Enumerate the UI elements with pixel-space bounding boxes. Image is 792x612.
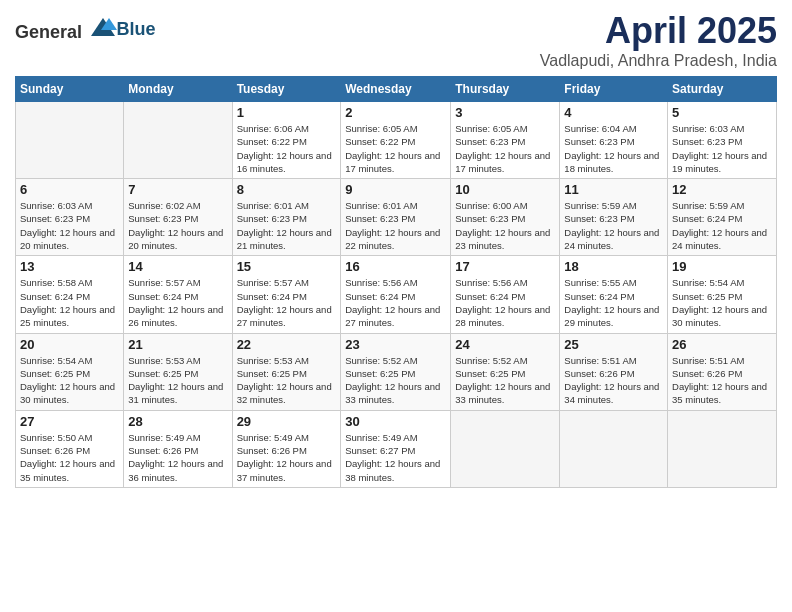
day-cell: 26Sunrise: 5:51 AM Sunset: 6:26 PM Dayli… bbox=[668, 333, 777, 410]
day-number: 24 bbox=[455, 337, 555, 352]
day-info: Sunrise: 5:54 AM Sunset: 6:25 PM Dayligh… bbox=[672, 276, 772, 329]
day-cell: 18Sunrise: 5:55 AM Sunset: 6:24 PM Dayli… bbox=[560, 256, 668, 333]
day-number: 15 bbox=[237, 259, 337, 274]
day-info: Sunrise: 5:55 AM Sunset: 6:24 PM Dayligh… bbox=[564, 276, 663, 329]
day-number: 27 bbox=[20, 414, 119, 429]
day-cell: 17Sunrise: 5:56 AM Sunset: 6:24 PM Dayli… bbox=[451, 256, 560, 333]
day-cell: 13Sunrise: 5:58 AM Sunset: 6:24 PM Dayli… bbox=[16, 256, 124, 333]
week-row-2: 13Sunrise: 5:58 AM Sunset: 6:24 PM Dayli… bbox=[16, 256, 777, 333]
day-number: 3 bbox=[455, 105, 555, 120]
day-cell: 5Sunrise: 6:03 AM Sunset: 6:23 PM Daylig… bbox=[668, 102, 777, 179]
day-cell: 3Sunrise: 6:05 AM Sunset: 6:23 PM Daylig… bbox=[451, 102, 560, 179]
location-title: Vadlapudi, Andhra Pradesh, India bbox=[540, 52, 777, 70]
day-number: 4 bbox=[564, 105, 663, 120]
week-row-1: 6Sunrise: 6:03 AM Sunset: 6:23 PM Daylig… bbox=[16, 179, 777, 256]
day-info: Sunrise: 5:49 AM Sunset: 6:26 PM Dayligh… bbox=[237, 431, 337, 484]
day-cell: 30Sunrise: 5:49 AM Sunset: 6:27 PM Dayli… bbox=[341, 410, 451, 487]
day-info: Sunrise: 5:54 AM Sunset: 6:25 PM Dayligh… bbox=[20, 354, 119, 407]
day-cell bbox=[668, 410, 777, 487]
day-number: 23 bbox=[345, 337, 446, 352]
day-cell: 22Sunrise: 5:53 AM Sunset: 6:25 PM Dayli… bbox=[232, 333, 341, 410]
day-number: 6 bbox=[20, 182, 119, 197]
day-info: Sunrise: 5:59 AM Sunset: 6:24 PM Dayligh… bbox=[672, 199, 772, 252]
logo-blue: Blue bbox=[117, 19, 156, 39]
day-info: Sunrise: 6:03 AM Sunset: 6:23 PM Dayligh… bbox=[20, 199, 119, 252]
logo: General Blue bbox=[15, 16, 156, 43]
day-number: 26 bbox=[672, 337, 772, 352]
header-monday: Monday bbox=[124, 77, 232, 102]
day-cell: 12Sunrise: 5:59 AM Sunset: 6:24 PM Dayli… bbox=[668, 179, 777, 256]
day-cell: 9Sunrise: 6:01 AM Sunset: 6:23 PM Daylig… bbox=[341, 179, 451, 256]
header-wednesday: Wednesday bbox=[341, 77, 451, 102]
day-number: 9 bbox=[345, 182, 446, 197]
day-cell: 23Sunrise: 5:52 AM Sunset: 6:25 PM Dayli… bbox=[341, 333, 451, 410]
day-number: 29 bbox=[237, 414, 337, 429]
day-cell: 25Sunrise: 5:51 AM Sunset: 6:26 PM Dayli… bbox=[560, 333, 668, 410]
logo-general: General bbox=[15, 22, 82, 42]
day-info: Sunrise: 6:06 AM Sunset: 6:22 PM Dayligh… bbox=[237, 122, 337, 175]
day-number: 20 bbox=[20, 337, 119, 352]
day-info: Sunrise: 5:59 AM Sunset: 6:23 PM Dayligh… bbox=[564, 199, 663, 252]
day-number: 22 bbox=[237, 337, 337, 352]
day-cell: 16Sunrise: 5:56 AM Sunset: 6:24 PM Dayli… bbox=[341, 256, 451, 333]
day-info: Sunrise: 5:52 AM Sunset: 6:25 PM Dayligh… bbox=[345, 354, 446, 407]
day-info: Sunrise: 6:01 AM Sunset: 6:23 PM Dayligh… bbox=[345, 199, 446, 252]
day-cell bbox=[451, 410, 560, 487]
day-cell: 10Sunrise: 6:00 AM Sunset: 6:23 PM Dayli… bbox=[451, 179, 560, 256]
day-info: Sunrise: 5:56 AM Sunset: 6:24 PM Dayligh… bbox=[455, 276, 555, 329]
day-info: Sunrise: 6:01 AM Sunset: 6:23 PM Dayligh… bbox=[237, 199, 337, 252]
day-cell: 4Sunrise: 6:04 AM Sunset: 6:23 PM Daylig… bbox=[560, 102, 668, 179]
week-row-3: 20Sunrise: 5:54 AM Sunset: 6:25 PM Dayli… bbox=[16, 333, 777, 410]
day-info: Sunrise: 5:49 AM Sunset: 6:27 PM Dayligh… bbox=[345, 431, 446, 484]
day-cell: 6Sunrise: 6:03 AM Sunset: 6:23 PM Daylig… bbox=[16, 179, 124, 256]
day-info: Sunrise: 5:57 AM Sunset: 6:24 PM Dayligh… bbox=[237, 276, 337, 329]
day-cell: 20Sunrise: 5:54 AM Sunset: 6:25 PM Dayli… bbox=[16, 333, 124, 410]
day-info: Sunrise: 5:51 AM Sunset: 6:26 PM Dayligh… bbox=[564, 354, 663, 407]
day-info: Sunrise: 6:04 AM Sunset: 6:23 PM Dayligh… bbox=[564, 122, 663, 175]
day-info: Sunrise: 5:50 AM Sunset: 6:26 PM Dayligh… bbox=[20, 431, 119, 484]
day-cell: 19Sunrise: 5:54 AM Sunset: 6:25 PM Dayli… bbox=[668, 256, 777, 333]
day-info: Sunrise: 6:05 AM Sunset: 6:23 PM Dayligh… bbox=[455, 122, 555, 175]
day-info: Sunrise: 6:03 AM Sunset: 6:23 PM Dayligh… bbox=[672, 122, 772, 175]
day-cell bbox=[124, 102, 232, 179]
day-info: Sunrise: 5:51 AM Sunset: 6:26 PM Dayligh… bbox=[672, 354, 772, 407]
month-title: April 2025 bbox=[540, 10, 777, 52]
header-tuesday: Tuesday bbox=[232, 77, 341, 102]
day-number: 17 bbox=[455, 259, 555, 274]
day-number: 25 bbox=[564, 337, 663, 352]
header-thursday: Thursday bbox=[451, 77, 560, 102]
header-sunday: Sunday bbox=[16, 77, 124, 102]
day-cell: 15Sunrise: 5:57 AM Sunset: 6:24 PM Dayli… bbox=[232, 256, 341, 333]
day-cell: 21Sunrise: 5:53 AM Sunset: 6:25 PM Dayli… bbox=[124, 333, 232, 410]
day-info: Sunrise: 5:58 AM Sunset: 6:24 PM Dayligh… bbox=[20, 276, 119, 329]
day-info: Sunrise: 5:53 AM Sunset: 6:25 PM Dayligh… bbox=[128, 354, 227, 407]
day-number: 10 bbox=[455, 182, 555, 197]
day-number: 21 bbox=[128, 337, 227, 352]
day-cell: 29Sunrise: 5:49 AM Sunset: 6:26 PM Dayli… bbox=[232, 410, 341, 487]
day-info: Sunrise: 6:00 AM Sunset: 6:23 PM Dayligh… bbox=[455, 199, 555, 252]
day-number: 18 bbox=[564, 259, 663, 274]
day-cell bbox=[16, 102, 124, 179]
header-saturday: Saturday bbox=[668, 77, 777, 102]
day-number: 19 bbox=[672, 259, 772, 274]
day-number: 12 bbox=[672, 182, 772, 197]
day-cell: 27Sunrise: 5:50 AM Sunset: 6:26 PM Dayli… bbox=[16, 410, 124, 487]
week-row-0: 1Sunrise: 6:06 AM Sunset: 6:22 PM Daylig… bbox=[16, 102, 777, 179]
page-header: General Blue April 2025 Vadlapudi, Andhr… bbox=[15, 10, 777, 70]
day-number: 28 bbox=[128, 414, 227, 429]
day-info: Sunrise: 5:53 AM Sunset: 6:25 PM Dayligh… bbox=[237, 354, 337, 407]
calendar-table: SundayMondayTuesdayWednesdayThursdayFrid… bbox=[15, 76, 777, 488]
day-info: Sunrise: 5:57 AM Sunset: 6:24 PM Dayligh… bbox=[128, 276, 227, 329]
day-cell: 2Sunrise: 6:05 AM Sunset: 6:22 PM Daylig… bbox=[341, 102, 451, 179]
day-number: 7 bbox=[128, 182, 227, 197]
day-cell: 24Sunrise: 5:52 AM Sunset: 6:25 PM Dayli… bbox=[451, 333, 560, 410]
header-friday: Friday bbox=[560, 77, 668, 102]
day-cell: 7Sunrise: 6:02 AM Sunset: 6:23 PM Daylig… bbox=[124, 179, 232, 256]
day-info: Sunrise: 6:05 AM Sunset: 6:22 PM Dayligh… bbox=[345, 122, 446, 175]
logo-icon bbox=[89, 16, 117, 38]
day-info: Sunrise: 5:56 AM Sunset: 6:24 PM Dayligh… bbox=[345, 276, 446, 329]
day-number: 16 bbox=[345, 259, 446, 274]
day-cell: 11Sunrise: 5:59 AM Sunset: 6:23 PM Dayli… bbox=[560, 179, 668, 256]
day-number: 14 bbox=[128, 259, 227, 274]
day-number: 11 bbox=[564, 182, 663, 197]
